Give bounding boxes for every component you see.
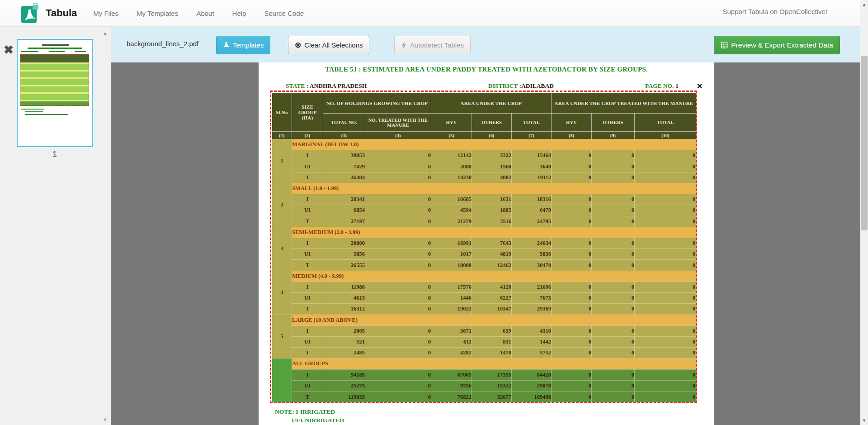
thumb-title-line [42, 44, 69, 46]
autodetect-button-label: Autodetect Tables [410, 41, 464, 49]
support-link[interactable]: Support Tabula on OpenCollective! [722, 8, 827, 15]
pdf-pageno-line: PAGE NO. 1 [645, 82, 679, 90]
pageno-value: 1 [675, 82, 679, 89]
pageno-label: PAGE NO. [645, 82, 675, 89]
note-line-1: NOTE: I-IRRIGATED [275, 407, 344, 416]
lightning-icon [401, 42, 407, 48]
window-scrollbar: ▲ ▼ [860, 0, 868, 425]
templates-button[interactable]: Templates [216, 36, 270, 54]
clear-button-label: Clear All Selections [304, 41, 363, 49]
sidebar-scroll-up-icon[interactable]: ▲ [103, 30, 108, 36]
table-list-icon [721, 42, 728, 48]
thumb-note-line [25, 111, 43, 112]
page-thumbnails-sidebar: ✖ 1 ▲ ▼ [0, 27, 111, 425]
tabula-logo-icon [21, 3, 39, 23]
thumb-selection-overlay [20, 54, 89, 106]
pdf-table-title: TABLE 5J : ESTIMATED AREA UNDER PADDY TR… [259, 66, 714, 73]
state-value: ANDHRA PRADESH [310, 82, 367, 89]
export-button-label: Preview & Export Extracted Data [731, 41, 833, 49]
district-value: ADILABAD [521, 82, 554, 89]
district-label: DISTRICT : [488, 82, 521, 89]
templates-button-label: Templates [233, 41, 264, 49]
stamp-icon [223, 42, 230, 48]
selection-close-icon[interactable]: ✕ [697, 82, 703, 91]
clear-all-selections-button[interactable]: ⊗ Clear All Selections [288, 36, 369, 54]
nav-item-help[interactable]: Help [232, 10, 246, 17]
scrollbar-up-icon[interactable]: ▲ [860, 2, 868, 7]
nav-item-about[interactable]: About [196, 10, 214, 17]
thumb-table [20, 54, 89, 106]
document-filename: background_lines_2.pdf [127, 40, 198, 48]
pdf-viewport: TABLE 5J : ESTIMATED AREA UNDER PADDY TR… [111, 62, 860, 425]
scrollbar-down-icon[interactable]: ▼ [860, 418, 868, 423]
thumb-note-line [21, 109, 44, 110]
nav-item-my-files[interactable]: My Files [93, 10, 118, 17]
pdf-notes: NOTE: I-IRRIGATED UI-UNIRRIGATED [275, 407, 344, 425]
table-selection-box[interactable] [270, 91, 697, 403]
thumb-subtitle-line [28, 48, 82, 49]
toolbar: background_lines_2.pdf Templates ⊗ Clear… [111, 27, 860, 62]
thumb-note-line [25, 114, 68, 115]
thumb-meta-line [75, 51, 86, 52]
page-1-thumbnail[interactable] [17, 39, 93, 147]
pdf-district-line: DISTRICT :ADILABAD [488, 82, 554, 90]
thumb-meta-line [49, 51, 65, 52]
pdf-state-line: STATE : ANDHRA PRADESH [286, 82, 367, 90]
navbar: Tabula My Files My Templates About Help … [0, 0, 868, 27]
scrollbar-thumb[interactable] [861, 56, 868, 230]
pdf-page: TABLE 5J : ESTIMATED AREA UNDER PADDY TR… [259, 62, 714, 425]
remove-file-icon[interactable]: ✖ [4, 44, 14, 56]
nav-menu: My Files My Templates About Help Source … [93, 10, 304, 17]
sidebar-scroll-down-icon[interactable]: ▼ [103, 417, 108, 422]
note-line-2: UI-UNIRRIGATED [292, 416, 344, 425]
page-number-label: 1 [17, 149, 93, 159]
preview-export-button[interactable]: Preview & Export Extracted Data [714, 36, 840, 54]
nav-item-my-templates[interactable]: My Templates [137, 10, 178, 17]
autodetect-tables-button: Autodetect Tables [394, 36, 471, 54]
brand-title: Tabula [46, 7, 77, 19]
thumb-meta-line [21, 51, 38, 52]
state-label: STATE : [286, 82, 310, 89]
nav-item-source-code[interactable]: Source Code [264, 10, 304, 17]
circle-x-icon: ⊗ [295, 41, 301, 49]
